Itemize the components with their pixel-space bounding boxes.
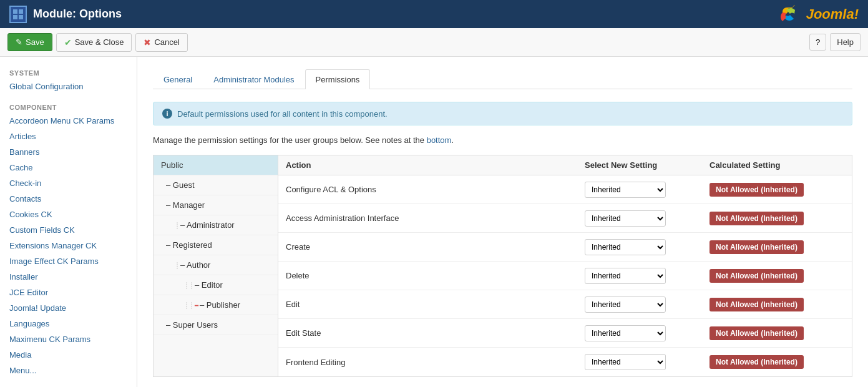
action-row-2: Create Inherited Allowed Denied Not Allo…	[278, 233, 852, 262]
calc-badge-5: Not Allowed (Inherited)	[702, 323, 852, 344]
info-text: Default permissions used for all content…	[177, 109, 388, 119]
cancel-icon: ✖	[144, 37, 151, 47]
sidebar-item-16[interactable]: Menu...	[0, 363, 137, 378]
badge-4: Not Allowed (Inherited)	[710, 298, 804, 311]
badge-6: Not Allowed (Inherited)	[710, 355, 804, 369]
setting-select-1: Inherited Allowed Denied	[577, 207, 702, 230]
group-superusers[interactable]: – Super Users	[154, 315, 278, 335]
action-row-4: Edit Inherited Allowed Denied Not Allowe…	[278, 290, 852, 319]
action-name-1: Access Administration Interface	[278, 208, 577, 228]
toolbar: ✎ Save ✔ Save & Close ✖ Cancel ? Help	[0, 28, 868, 57]
sidebar-item-3[interactable]: Cache	[0, 160, 137, 175]
setting-dropdown-2[interactable]: Inherited Allowed Denied	[585, 239, 666, 255]
perm-description: Manage the permission settings for the u…	[153, 135, 852, 145]
action-name-2: Create	[278, 237, 577, 257]
sidebar-item-0[interactable]: Accordeon Menu CK Params	[0, 113, 137, 129]
badge-5: Not Allowed (Inherited)	[710, 326, 804, 340]
setting-dropdown-1[interactable]: Inherited Allowed Denied	[585, 210, 666, 227]
setting-dropdown-3[interactable]: Inherited Allowed Denied	[585, 268, 666, 284]
calc-badge-3: Not Allowed (Inherited)	[702, 265, 852, 287]
action-name-6: Frontend Editing	[278, 353, 577, 372]
svg-rect-3	[19, 15, 23, 19]
badge-0: Not Allowed (Inherited)	[710, 183, 804, 197]
action-row-1: Access Administration Interface Inherite…	[278, 204, 852, 233]
group-guest[interactable]: – Guest	[154, 175, 278, 195]
col-calc-header: Calculated Setting	[702, 155, 852, 175]
calc-badge-0: Not Allowed (Inherited)	[702, 179, 852, 200]
header-title: Module: Options	[9, 6, 122, 23]
sidebar-item-9[interactable]: Image Effect CK Params	[0, 253, 137, 269]
col-action-header: Action	[278, 155, 577, 175]
sidebar-item-8[interactable]: Extensions Manager CK	[0, 238, 137, 253]
tab-admin-modules[interactable]: Administrator Modules	[203, 69, 305, 89]
action-row-0: Configure ACL & Options Inherited Allowe…	[278, 175, 852, 204]
help-button[interactable]: Help	[830, 33, 861, 51]
info-box: i Default permissions used for all conte…	[153, 102, 852, 125]
actions-header: Action Select New Setting Calculated Set…	[278, 155, 852, 175]
tab-permissions[interactable]: Permissions	[305, 69, 371, 89]
action-name-0: Configure ACL & Options	[278, 180, 577, 199]
save-button[interactable]: ✎ Save	[7, 33, 52, 51]
component-section-label: COMPONENT	[0, 100, 137, 113]
sidebar-item-12[interactable]: Joomla! Update	[0, 300, 137, 316]
setting-dropdown-5[interactable]: Inherited Allowed Denied	[585, 325, 666, 341]
info-icon: i	[162, 109, 172, 119]
col-setting-header: Select New Setting	[577, 155, 702, 175]
action-row-5: Edit State Inherited Allowed Denied Not …	[278, 319, 852, 348]
sidebar-item-1[interactable]: Articles	[0, 129, 137, 144]
setting-dropdown-4[interactable]: Inherited Allowed Denied	[585, 296, 666, 313]
group-author[interactable]: ┊– Author	[154, 255, 278, 275]
badge-3: Not Allowed (Inherited)	[710, 269, 804, 283]
sidebar-item-13[interactable]: Languages	[0, 316, 137, 331]
setting-dropdown-6[interactable]: Inherited Allowed Denied	[585, 354, 666, 370]
question-button[interactable]: ?	[809, 34, 826, 51]
module-icon	[9, 6, 27, 23]
cancel-button[interactable]: ✖ Cancel	[135, 33, 187, 52]
sidebar-item-14[interactable]: Maximenu CK Params	[0, 331, 137, 347]
setting-dropdown-0[interactable]: Inherited Allowed Denied	[585, 182, 666, 198]
content: General Administrator Modules Permission…	[137, 57, 868, 387]
setting-select-2: Inherited Allowed Denied	[577, 235, 702, 259]
sidebar-item-5[interactable]: Contacts	[0, 191, 137, 207]
save-close-button[interactable]: ✔ Save & Close	[56, 33, 132, 52]
setting-select-3: Inherited Allowed Denied	[577, 264, 702, 288]
header: Module: Options Joomla!	[0, 0, 868, 28]
tab-general[interactable]: General	[153, 69, 203, 89]
joomla-logo: Joomla!	[779, 2, 859, 26]
group-administrator[interactable]: ┊– Administrator	[154, 215, 278, 235]
check-icon: ✔	[64, 37, 72, 47]
bottom-link[interactable]: bottom	[427, 135, 452, 145]
sidebar-item-global-config[interactable]: Global Configuration	[0, 79, 137, 94]
group-publisher[interactable]: ┊┊━– Publisher	[154, 295, 278, 315]
sidebar-item-10[interactable]: Installer	[0, 269, 137, 285]
system-section-label: SYSTEM	[0, 66, 137, 79]
action-row-3: Delete Inherited Allowed Denied Not Allo…	[278, 262, 852, 290]
action-row-6: Frontend Editing Inherited Allowed Denie…	[278, 348, 852, 376]
badge-2: Not Allowed (Inherited)	[710, 240, 804, 254]
setting-select-0: Inherited Allowed Denied	[577, 178, 702, 202]
sidebar-item-4[interactable]: Check-in	[0, 175, 137, 191]
group-manager[interactable]: – Manager	[154, 195, 278, 215]
setting-select-4: Inherited Allowed Denied	[577, 293, 702, 316]
sidebar-item-11[interactable]: JCE Editor	[0, 285, 137, 300]
setting-select-5: Inherited Allowed Denied	[577, 321, 702, 345]
group-public[interactable]: Public	[154, 155, 278, 175]
svg-rect-1	[19, 9, 23, 14]
group-registered[interactable]: – Registered	[154, 235, 278, 255]
svg-rect-0	[13, 9, 17, 14]
calc-badge-2: Not Allowed (Inherited)	[702, 237, 852, 258]
sidebar-item-6[interactable]: Cookies CK	[0, 207, 137, 222]
action-name-3: Delete	[278, 266, 577, 285]
groups-panel: Public – Guest – Manager ┊– Administrato…	[154, 155, 278, 376]
group-editor[interactable]: ┊┊– Editor	[154, 275, 278, 295]
svg-rect-2	[13, 15, 17, 19]
main-layout: SYSTEM Global Configuration COMPONENT Ac…	[0, 57, 868, 387]
tabs: General Administrator Modules Permission…	[153, 69, 852, 89]
perms-container: Public – Guest – Manager ┊– Administrato…	[153, 155, 852, 377]
calc-badge-4: Not Allowed (Inherited)	[702, 294, 852, 315]
sidebar: SYSTEM Global Configuration COMPONENT Ac…	[0, 57, 137, 387]
sidebar-item-custom-fields[interactable]: Custom Fields CK	[0, 222, 137, 238]
sidebar-item-2[interactable]: Banners	[0, 144, 137, 160]
badge-1: Not Allowed (Inherited)	[710, 212, 804, 225]
sidebar-item-15[interactable]: Media	[0, 347, 137, 363]
